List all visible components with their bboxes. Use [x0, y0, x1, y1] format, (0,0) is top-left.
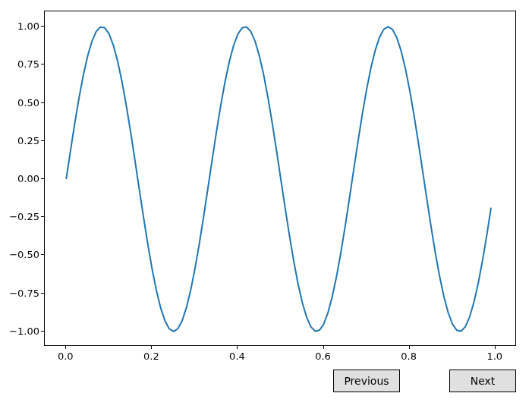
x-tick-label: 0.2: [136, 351, 166, 362]
line-plot: [45, 11, 517, 347]
y-tick-label: 0.75: [2, 58, 39, 70]
y-tick-label: 0.50: [2, 96, 39, 108]
x-tick-mark: [495, 346, 496, 349]
y-tick-mark: [41, 254, 44, 255]
y-tick-mark: [41, 331, 44, 332]
y-tick-label: 0.00: [2, 173, 39, 184]
y-tick-label: 1.00: [2, 20, 39, 32]
x-tick-label: 0.4: [222, 351, 252, 362]
y-tick-mark: [41, 216, 44, 217]
x-tick-mark: [65, 346, 66, 349]
x-tick-label: 0.0: [50, 351, 80, 362]
y-tick-label: −0.25: [2, 211, 39, 222]
previous-button[interactable]: Previous: [333, 370, 400, 392]
next-button[interactable]: Next: [449, 370, 516, 392]
x-tick-mark: [151, 346, 152, 349]
x-tick-label: 0.8: [394, 351, 424, 362]
x-tick-mark: [323, 346, 324, 349]
x-tick-label: 1.0: [480, 351, 510, 362]
y-tick-label: −1.00: [2, 325, 39, 336]
y-tick-mark: [41, 178, 44, 179]
y-tick-label: −0.75: [2, 287, 39, 298]
y-tick-label: −0.50: [2, 249, 39, 260]
y-tick-mark: [41, 140, 44, 141]
y-tick-mark: [41, 102, 44, 103]
y-tick-mark: [41, 64, 44, 64]
series-line: [66, 27, 491, 332]
x-tick-mark: [237, 346, 238, 349]
y-tick-label: 0.25: [2, 134, 39, 146]
y-tick-mark: [41, 26, 44, 27]
x-tick-mark: [409, 346, 410, 349]
plot-axes: [44, 11, 516, 346]
figure: Previous Next −1.00−0.75−0.50−0.250.000.…: [0, 0, 532, 412]
x-tick-label: 0.6: [308, 351, 338, 362]
y-tick-mark: [41, 293, 44, 294]
